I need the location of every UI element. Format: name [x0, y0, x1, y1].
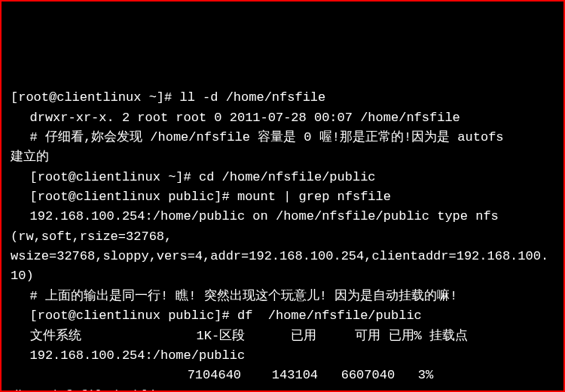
prompt-ll-cmd: [root@clientlinux ~]# ll -d /home/nfsfil…: [11, 88, 554, 108]
df-header: 文件系统 1K-区段 已用 可用 已用% 挂载点: [11, 327, 554, 346]
df-values: 7104640 143104 6607040 3%: [11, 366, 554, 385]
comment-mount: # 上面的输出是同一行! 瞧! 突然出现这个玩意儿! 因为是自动挂载的嘛!: [11, 287, 554, 306]
ll-output: drwxr-xr-x. 2 root root 0 2011-07-28 00:…: [11, 108, 554, 128]
prompt-cd-cmd: [root@clientlinux ~]# cd /home/nfsfile/p…: [11, 168, 554, 187]
prompt-df-cmd: [root@clientlinux public]# df /home/nfsf…: [11, 306, 554, 326]
mount-output-3: wsize=32768,sloppy,vers=4,addr=192.168.1…: [11, 247, 554, 287]
mount-output-2: (rw,soft,rsize=32768,: [11, 227, 554, 247]
comment-autofs-1: # 仔细看,妳会发现 /home/nfsfile 容量是 0 喔!那是正常的!因…: [11, 128, 554, 147]
comment-autofs-2: 建立的: [11, 147, 554, 167]
df-mountpoint: /home/nfsfile/public: [11, 386, 554, 392]
mount-output-1: 192.168.100.254:/home/public on /home/nf…: [11, 207, 554, 226]
prompt-mount-cmd: [root@clientlinux public]# mount | grep …: [11, 187, 554, 207]
df-filesystem: 192.168.100.254:/home/public: [11, 346, 554, 366]
